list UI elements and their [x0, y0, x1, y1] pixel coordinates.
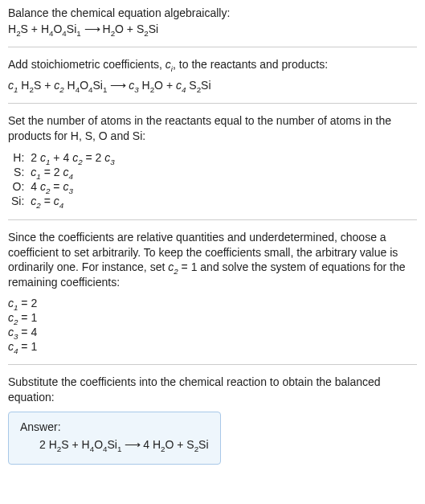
reaction-arrow: ⟶	[84, 23, 100, 35]
species-h2s: H2S	[8, 23, 28, 35]
table-row: H: 2 c1 + 4 c2 = 2 c3	[8, 150, 118, 165]
divider	[8, 103, 417, 104]
step1-text: Add stoichiometric coefficients, ci, to …	[8, 57, 417, 72]
table-row: O: 4 c2 = c3	[8, 179, 118, 194]
balance-equation: 4 c2 = c3	[27, 179, 117, 194]
divider	[8, 219, 417, 220]
step3-text: Since the coefficients are relative quan…	[8, 230, 417, 291]
intro-reaction: H2S + H4O4Si1 ⟶ H2O + S2Si	[8, 23, 417, 35]
coefficient-value: c2 = 1	[8, 311, 417, 324]
step2-text: Set the number of atoms in the reactants…	[8, 113, 417, 144]
answer-box: Answer: 2 H2S + H4O4Si1 ⟶ 4 H2O + S2Si	[8, 412, 221, 465]
element-label: O:	[8, 179, 27, 194]
divider	[8, 364, 417, 365]
ci-symbol: ci	[166, 58, 173, 71]
table-row: S: c1 = 2 c4	[8, 165, 118, 179]
coefficient-value: c4 = 1	[8, 340, 417, 353]
balance-equation: c2 = c4	[27, 194, 117, 208]
answer-label: Answer:	[20, 420, 209, 433]
element-label: Si:	[8, 194, 27, 208]
species-s2si: S2Si	[137, 23, 158, 35]
species-h4o4si1: H4O4Si1	[41, 23, 81, 35]
coefficient-value: c3 = 4	[8, 326, 417, 338]
divider	[8, 47, 417, 47]
element-label: H:	[8, 150, 27, 165]
answer-equation: 2 H2S + H4O4Si1 ⟶ 4 H2O + S2Si	[20, 438, 209, 451]
species-h2o: H2O	[103, 23, 124, 35]
step4-text: Substitute the coefficients into the che…	[8, 375, 417, 405]
element-label: S:	[8, 165, 27, 179]
intro-text: Balance the chemical equation algebraica…	[8, 6, 417, 19]
balance-equation: 2 c1 + 4 c2 = 2 c3	[27, 150, 117, 165]
plus-sign: +	[28, 23, 41, 35]
table-row: Si: c2 = c4	[8, 194, 118, 208]
coefficient-list: c1 = 2 c2 = 1 c3 = 4 c4 = 1	[8, 297, 417, 353]
atom-balance-table: H: 2 c1 + 4 c2 = 2 c3 S: c1 = 2 c4 O: 4 …	[8, 150, 118, 208]
step1-reaction: c1 H2S + c2 H4O4Si1 ⟶ c3 H2O + c4 S2Si	[8, 79, 417, 92]
coefficient-value: c1 = 2	[8, 297, 417, 309]
plus-sign: +	[124, 23, 137, 35]
balance-equation: c1 = 2 c4	[27, 165, 117, 179]
